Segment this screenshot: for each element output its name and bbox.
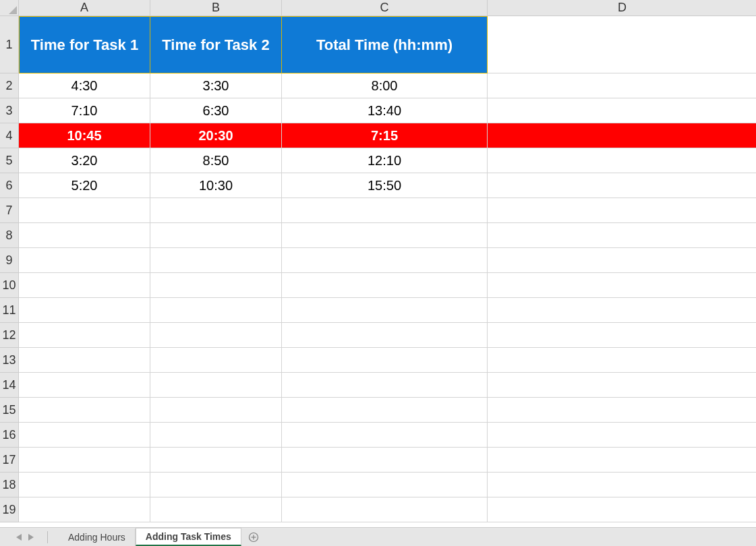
cell-c5[interactable]: 12:10 [282, 148, 488, 173]
row-header-4[interactable]: 4 [0, 123, 19, 148]
add-sheet-button[interactable] [241, 532, 266, 543]
cell-d19[interactable] [488, 497, 756, 522]
cell-c14[interactable] [282, 373, 488, 398]
cell-a9[interactable] [19, 248, 150, 273]
column-header-a[interactable]: A [19, 0, 150, 16]
cell-c19[interactable] [282, 497, 488, 522]
row-header-2[interactable]: 2 [0, 73, 19, 98]
cell-b11[interactable] [150, 298, 282, 323]
cell-b17[interactable] [150, 448, 282, 473]
row-header-9[interactable]: 9 [0, 248, 19, 273]
cell-c2[interactable]: 8:00 [282, 73, 488, 98]
cell-a17[interactable] [19, 448, 150, 473]
cell-a13[interactable] [19, 348, 150, 373]
cell-c17[interactable] [282, 448, 488, 473]
cell-d5[interactable] [488, 148, 756, 173]
cell-c1[interactable]: Total Time (hh:mm) [282, 16, 488, 73]
cell-c4[interactable]: 7:15 [282, 123, 488, 148]
row-header-15[interactable]: 15 [0, 398, 19, 423]
cell-b6[interactable]: 10:30 [150, 173, 282, 198]
cell-c12[interactable] [282, 323, 488, 348]
cell-d17[interactable] [488, 448, 756, 473]
row-header-14[interactable]: 14 [0, 373, 19, 398]
cell-b4[interactable]: 20:30 [150, 123, 282, 148]
cell-b10[interactable] [150, 273, 282, 298]
row-header-17[interactable]: 17 [0, 448, 19, 473]
cell-c11[interactable] [282, 298, 488, 323]
cell-d4[interactable] [488, 123, 756, 148]
row-header-1[interactable]: 1 [0, 16, 19, 73]
row-header-7[interactable]: 7 [0, 198, 19, 223]
cell-a6[interactable]: 5:20 [19, 173, 150, 198]
cell-c18[interactable] [282, 473, 488, 497]
cell-d7[interactable] [488, 198, 756, 223]
row-header-3[interactable]: 3 [0, 98, 19, 123]
cell-c15[interactable] [282, 398, 488, 423]
cell-c3[interactable]: 13:40 [282, 98, 488, 123]
column-header-c[interactable]: C [282, 0, 488, 16]
cell-b2[interactable]: 3:30 [150, 73, 282, 98]
tab-nav-buttons[interactable] [0, 531, 59, 543]
cell-a12[interactable] [19, 323, 150, 348]
cell-d12[interactable] [488, 323, 756, 348]
cell-d6[interactable] [488, 173, 756, 198]
sheet-tab-adding-hours[interactable]: Adding Hours [59, 528, 136, 546]
cell-d9[interactable] [488, 248, 756, 273]
cell-b18[interactable] [150, 473, 282, 497]
cell-b13[interactable] [150, 348, 282, 373]
cell-b5[interactable]: 8:50 [150, 148, 282, 173]
cell-c9[interactable] [282, 248, 488, 273]
cell-b1[interactable]: Time for Task 2 [150, 16, 282, 73]
cell-a1[interactable]: Time for Task 1 [19, 16, 150, 73]
row-header-8[interactable]: 8 [0, 223, 19, 248]
row-header-16[interactable]: 16 [0, 423, 19, 448]
cell-d8[interactable] [488, 223, 756, 248]
row-header-11[interactable]: 11 [0, 298, 19, 323]
cell-d2[interactable] [488, 73, 756, 98]
cell-c16[interactable] [282, 423, 488, 448]
row-header-19[interactable]: 19 [0, 497, 19, 522]
cell-a11[interactable] [19, 298, 150, 323]
cell-a4[interactable]: 10:45 [19, 123, 150, 148]
cell-d1[interactable] [488, 16, 756, 73]
cell-a15[interactable] [19, 398, 150, 423]
cell-a14[interactable] [19, 373, 150, 398]
row-header-13[interactable]: 13 [0, 348, 19, 373]
cell-a10[interactable] [19, 273, 150, 298]
cell-c10[interactable] [282, 273, 488, 298]
row-header-6[interactable]: 6 [0, 173, 19, 198]
cell-a7[interactable] [19, 198, 150, 223]
cell-a3[interactable]: 7:10 [19, 98, 150, 123]
cell-b3[interactable]: 6:30 [150, 98, 282, 123]
column-header-b[interactable]: B [150, 0, 282, 16]
row-header-12[interactable]: 12 [0, 323, 19, 348]
column-header-d[interactable]: D [488, 0, 756, 16]
cell-a2[interactable]: 4:30 [19, 73, 150, 98]
cell-b12[interactable] [150, 323, 282, 348]
cell-a16[interactable] [19, 423, 150, 448]
cell-d3[interactable] [488, 98, 756, 123]
cell-d16[interactable] [488, 423, 756, 448]
cell-d11[interactable] [488, 298, 756, 323]
cell-b7[interactable] [150, 198, 282, 223]
select-all-button[interactable] [0, 0, 19, 16]
cell-a5[interactable]: 3:20 [19, 148, 150, 173]
cell-b16[interactable] [150, 423, 282, 448]
cell-b15[interactable] [150, 398, 282, 423]
cell-b19[interactable] [150, 497, 282, 522]
row-header-18[interactable]: 18 [0, 473, 19, 497]
cell-d14[interactable] [488, 373, 756, 398]
cell-d10[interactable] [488, 273, 756, 298]
cell-b8[interactable] [150, 223, 282, 248]
cell-a8[interactable] [19, 223, 150, 248]
row-header-10[interactable]: 10 [0, 273, 19, 298]
cell-c8[interactable] [282, 223, 488, 248]
cell-d15[interactable] [488, 398, 756, 423]
cell-a19[interactable] [19, 497, 150, 522]
cell-d18[interactable] [488, 473, 756, 497]
cell-d13[interactable] [488, 348, 756, 373]
cell-a18[interactable] [19, 473, 150, 497]
cell-c7[interactable] [282, 198, 488, 223]
cell-b9[interactable] [150, 248, 282, 273]
cell-b14[interactable] [150, 373, 282, 398]
